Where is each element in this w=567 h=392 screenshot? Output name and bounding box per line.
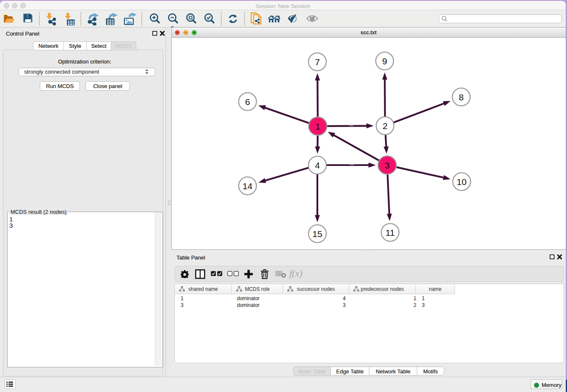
svg-text:15: 15 bbox=[312, 229, 322, 239]
svg-text:2: 2 bbox=[383, 121, 388, 131]
svg-text:10: 10 bbox=[457, 177, 466, 187]
svg-text:9: 9 bbox=[382, 56, 387, 66]
svg-text:7: 7 bbox=[315, 57, 320, 67]
svg-text:6: 6 bbox=[245, 97, 250, 107]
svg-text:3: 3 bbox=[385, 160, 390, 170]
svg-text:14: 14 bbox=[242, 181, 253, 191]
svg-text:11: 11 bbox=[385, 228, 395, 237]
svg-text:1: 1 bbox=[315, 121, 320, 131]
svg-text:4: 4 bbox=[315, 160, 320, 170]
svg-text:8: 8 bbox=[459, 92, 464, 102]
